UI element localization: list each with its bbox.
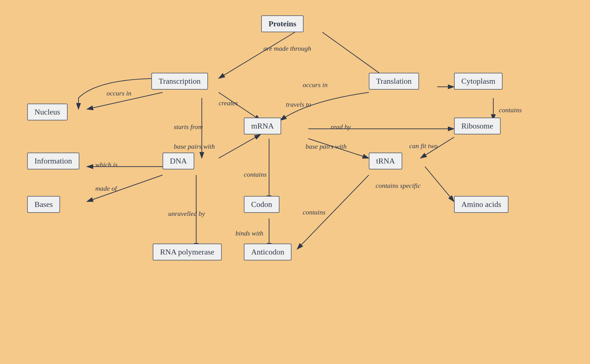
node-dna: DNA bbox=[163, 153, 194, 169]
node-proteins: Proteins bbox=[261, 15, 304, 32]
node-anticodon: Anticodon bbox=[244, 244, 291, 260]
svg-line-0 bbox=[219, 32, 295, 78]
node-cytoplasm: Cytoplasm bbox=[454, 73, 503, 90]
label-contains-trna: contains bbox=[303, 209, 325, 216]
edges-svg bbox=[0, 0, 590, 364]
label-read-by: read by bbox=[331, 123, 351, 131]
node-ribosome: Ribosome bbox=[454, 118, 501, 134]
label-travels-to: travels to bbox=[286, 101, 311, 108]
label-occurs-in-trans: occurs in bbox=[107, 90, 131, 97]
node-amino-acids: Amino acids bbox=[454, 196, 508, 213]
label-base-pairs-trna: base pairs with bbox=[306, 143, 347, 150]
svg-line-10 bbox=[219, 134, 261, 158]
concept-map: are made through occurs in occurs in sta… bbox=[0, 0, 590, 364]
node-translation: Translation bbox=[369, 73, 419, 90]
svg-line-16 bbox=[425, 167, 454, 202]
label-creates: creates bbox=[219, 99, 238, 107]
label-are-made-through: are made through bbox=[263, 45, 311, 52]
label-contains-specific: contains specific bbox=[376, 182, 421, 190]
node-information: Information bbox=[27, 153, 79, 169]
label-can-fit-two: can fit two bbox=[409, 142, 438, 150]
node-trna: tRNA bbox=[369, 153, 402, 169]
label-binds-with: binds with bbox=[235, 230, 263, 237]
label-occurs-in-trans2: occurs in bbox=[303, 81, 328, 89]
node-transcription: Transcription bbox=[151, 73, 208, 90]
label-contains-cyto: contains bbox=[499, 106, 522, 114]
label-starts-from: starts from bbox=[174, 123, 203, 131]
node-codon: Codon bbox=[244, 196, 279, 213]
label-made-of: made of bbox=[95, 185, 117, 192]
label-contains-codon: contains bbox=[244, 171, 267, 178]
node-nucleus: Nucleus bbox=[27, 104, 68, 120]
label-base-pairs-dna: base pairs with bbox=[174, 143, 215, 150]
label-unravelled-by: unravelled by bbox=[168, 210, 205, 218]
label-which-is: which is bbox=[95, 161, 117, 169]
node-mrna: mRNA bbox=[244, 118, 281, 134]
node-bases: Bases bbox=[27, 196, 60, 213]
node-rna-polymerase: RNA polymerase bbox=[153, 244, 222, 260]
svg-line-1 bbox=[322, 32, 387, 78]
